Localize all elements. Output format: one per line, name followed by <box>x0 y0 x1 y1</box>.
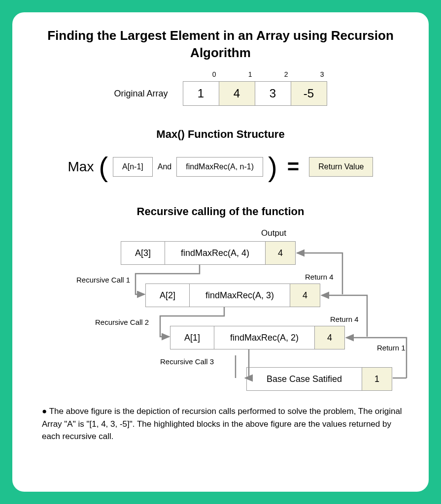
and-label: And <box>158 162 171 171</box>
call2-func: findMaxRec(A, 2) <box>214 326 315 349</box>
base-out: 1 <box>362 367 392 391</box>
call2-arg: A[1] <box>170 326 214 349</box>
paren-close: ) <box>268 153 277 181</box>
cell-2: 3 <box>255 81 291 106</box>
rec-call-label-1: Recursive Call 1 <box>76 276 130 284</box>
call-row-0: A[3] findMaxRec(A, 4) 4 <box>121 241 296 265</box>
description: The above figure is the depiction of rec… <box>32 405 409 443</box>
array-cells: 1 4 3 -5 <box>183 81 327 106</box>
call1-arg: A[2] <box>145 284 190 307</box>
max-label: Max <box>68 159 94 175</box>
call-row-base: Base Case Satified 1 <box>246 367 392 391</box>
equals-sign: = <box>287 155 300 179</box>
diagram-card: Finding the Largest Element in an Array … <box>12 12 429 492</box>
cell-0: 1 <box>183 81 219 106</box>
index-0: 0 <box>183 70 219 78</box>
recursion-area: Output A[3] findMaxRec(A, 4) 4 Recursive… <box>32 230 409 398</box>
index-3: 3 <box>291 70 327 78</box>
return-label-1: Return 4 <box>305 273 334 281</box>
return-label-2: Return 4 <box>330 315 359 323</box>
cell-3: -5 <box>291 81 327 106</box>
base-label: Base Case Satified <box>246 367 362 391</box>
max-row: Max ( A[n-1] And findMaxRec(A, n-1) ) = … <box>32 153 409 181</box>
array-wrapper: 0 1 2 3 1 4 3 -5 <box>183 81 327 106</box>
call1-out: 4 <box>290 284 320 307</box>
array-section: Original Array 0 1 2 3 1 4 3 -5 <box>32 81 409 106</box>
recursion-heading: Recursive calling of the function <box>32 205 409 218</box>
output-label: Output <box>261 228 286 238</box>
rec-call-label-2: Recursive Call 2 <box>95 318 149 326</box>
call-row-1: A[2] findMaxRec(A, 3) 4 <box>145 284 320 307</box>
call2-out: 4 <box>314 326 345 349</box>
index-1: 1 <box>219 70 255 78</box>
call-row-2: A[1] findMaxRec(A, 2) 4 <box>170 326 345 349</box>
call1-func: findMaxRec(A, 3) <box>189 284 290 307</box>
call0-arg: A[3] <box>121 241 165 265</box>
arg2-box: findMaxRec(A, n-1) <box>176 157 263 177</box>
arg1-box: A[n-1] <box>113 157 153 177</box>
call0-out: 4 <box>265 241 296 265</box>
return-label-3: Return 1 <box>377 344 406 352</box>
index-2: 2 <box>255 70 291 78</box>
index-row: 0 1 2 3 <box>183 70 327 78</box>
array-label: Original Array <box>114 89 168 99</box>
call0-func: findMaxRec(A, 4) <box>165 241 266 265</box>
paren-open: ( <box>99 153 108 181</box>
max-heading: Max() Function Structure <box>32 128 409 141</box>
cell-1: 4 <box>219 81 255 106</box>
rec-call-label-3: Recursive Call 3 <box>160 357 214 366</box>
page-title: Finding the Largest Element in an Array … <box>32 27 409 62</box>
result-box: Return Value <box>309 157 373 177</box>
